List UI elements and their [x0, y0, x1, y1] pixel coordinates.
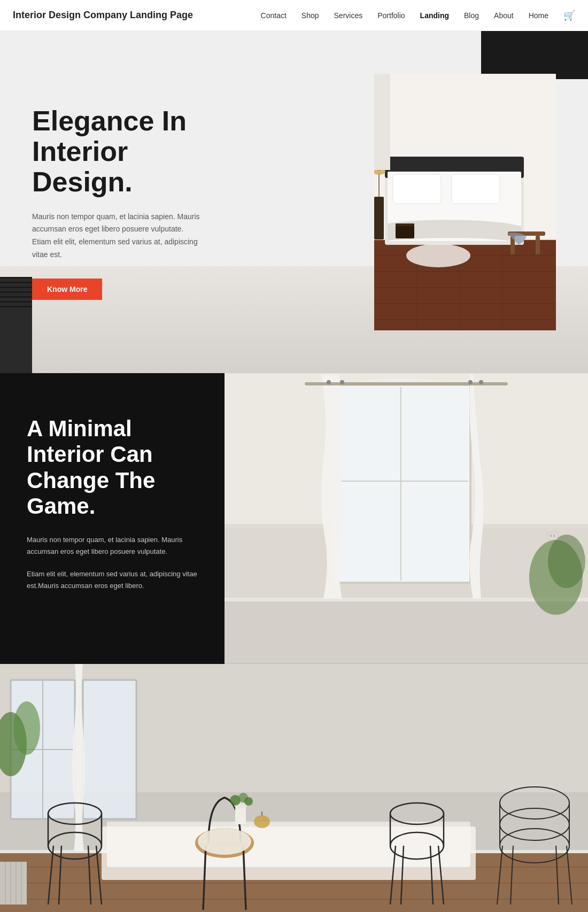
cart-icon[interactable]: 🛒: [563, 10, 575, 21]
section2-desc1: Mauris non tempor quam, et lacinia sapie…: [27, 534, 198, 558]
section2-black-block: A Minimal Interior Can Change The Game. …: [0, 373, 225, 664]
svg-rect-15: [452, 174, 500, 204]
section2-desc2: Etiam elit elit, elementum sed varius at…: [27, 568, 198, 592]
svg-rect-44: [548, 532, 558, 539]
svg-point-38: [327, 380, 331, 384]
svg-rect-98: [235, 806, 246, 824]
navbar: Interior Design Company Landing Page Con…: [0, 0, 588, 31]
svg-point-39: [340, 380, 344, 384]
nav-item-about[interactable]: About: [494, 11, 514, 20]
nav-links: Contact Shop Services Portfolio Landing …: [261, 10, 575, 21]
nav-link-home[interactable]: Home: [529, 11, 548, 20]
nav-link-about[interactable]: About: [494, 11, 514, 20]
svg-rect-105: [0, 862, 27, 905]
svg-rect-14: [393, 174, 441, 204]
svg-point-103: [254, 815, 270, 828]
svg-rect-28: [225, 599, 588, 663]
hero-black-decoration: [481, 31, 588, 79]
svg-rect-65: [102, 826, 476, 880]
svg-point-97: [13, 701, 40, 755]
svg-point-41: [479, 380, 483, 384]
nav-link-shop[interactable]: Shop: [301, 11, 319, 20]
hero-window-blinds: [0, 277, 32, 373]
hero-image: [374, 74, 556, 330]
svg-rect-61: [83, 680, 136, 819]
dining-illustration: [0, 664, 588, 912]
svg-point-40: [468, 380, 473, 384]
nav-item-blog[interactable]: Blog: [464, 11, 479, 20]
nav-item-shop[interactable]: Shop: [301, 11, 319, 20]
svg-rect-45: [550, 534, 552, 537]
hero-title: Elegance In Interior Design.: [32, 106, 235, 198]
bedroom-illustration: [374, 74, 556, 330]
nav-link-blog[interactable]: Blog: [464, 11, 479, 20]
hero-section: Elegance In Interior Design. Mauris non …: [0, 31, 588, 373]
nav-item-cart[interactable]: 🛒: [563, 10, 575, 21]
svg-point-20: [406, 244, 470, 267]
nav-link-portfolio[interactable]: Portfolio: [377, 11, 405, 20]
nav-link-landing[interactable]: Landing: [420, 11, 449, 20]
nav-link-contact[interactable]: Contact: [261, 11, 287, 20]
dining-section: [0, 664, 588, 912]
svg-rect-24: [374, 74, 390, 170]
svg-rect-23: [536, 236, 540, 254]
hero-cta-button[interactable]: Know More: [32, 279, 102, 300]
hero-description: Mauris non tempor quam, et lacinia sapie…: [32, 211, 203, 261]
nav-item-services[interactable]: Services: [334, 11, 363, 20]
nav-item-home[interactable]: Home: [529, 11, 548, 20]
curtain-illustration: [225, 373, 588, 664]
svg-point-43: [548, 535, 585, 588]
svg-rect-46: [553, 534, 555, 537]
hero-text-block: Elegance In Interior Design. Mauris non …: [32, 106, 235, 300]
svg-point-102: [244, 797, 253, 806]
svg-rect-16: [374, 197, 384, 239]
section2-title: A Minimal Interior Can Change The Game.: [27, 416, 198, 519]
svg-point-95: [198, 828, 251, 855]
nav-link-services[interactable]: Services: [334, 11, 363, 20]
svg-rect-26: [396, 223, 414, 226]
section2-image: [225, 373, 588, 664]
svg-rect-37: [305, 382, 508, 385]
minimal-section: A Minimal Interior Can Change The Game. …: [0, 373, 588, 664]
nav-item-landing[interactable]: Landing: [420, 11, 449, 20]
site-logo[interactable]: Interior Design Company Landing Page: [13, 10, 193, 21]
nav-item-contact[interactable]: Contact: [261, 11, 287, 20]
nav-item-portfolio[interactable]: Portfolio: [377, 11, 405, 20]
